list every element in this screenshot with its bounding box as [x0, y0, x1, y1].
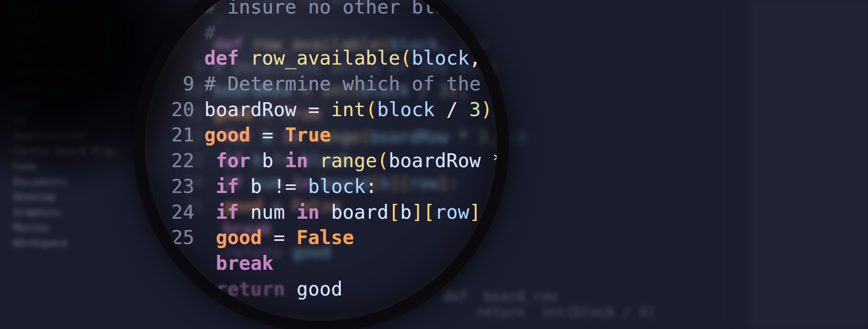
code-line: 23 if b != block:: [163, 174, 497, 200]
token: /: [435, 99, 469, 121]
token: :: [366, 175, 377, 197]
token: b: [400, 201, 412, 223]
hint-text-blur: def board_row return int(block / 3): [443, 288, 656, 320]
code-line: def row_available(block, row: [163, 46, 497, 71]
token: block: [412, 47, 469, 69]
token: (: [377, 150, 389, 172]
token: good: [204, 226, 262, 249]
token: #: [204, 22, 216, 44]
token: if: [204, 175, 250, 197]
token: if: [204, 201, 250, 223]
token: True: [285, 124, 331, 146]
line-number: 20: [163, 97, 194, 123]
line-number: 23: [163, 174, 194, 200]
token: row: [435, 201, 469, 223]
code-line: break: [163, 251, 497, 277]
token: =: [250, 124, 285, 146]
token: !=: [262, 175, 308, 197]
code-line: 25 good = False: [163, 225, 497, 251]
code-line: 9# Determine which of the main: [163, 71, 497, 97]
code-line: 21good = True: [163, 122, 497, 148]
token: break: [204, 252, 274, 274]
minimap-blur: [750, 0, 868, 329]
token: block: [308, 175, 365, 197]
token: [: [389, 201, 401, 223]
line-number: 21: [163, 122, 194, 148]
token: ]: [469, 201, 481, 223]
token: boardRow: [204, 99, 297, 121]
token: (b: [507, 127, 527, 146]
token: range: [320, 150, 377, 172]
token: ][: [412, 201, 435, 223]
token: good: [204, 124, 250, 146]
file-tree-blur: code graphics vm.dll init main_gs_page C…: [0, 0, 90, 329]
token: in: [285, 201, 331, 223]
code-line: 22 for b in range(boardRow * 3, (b: [163, 148, 497, 174]
token: for: [204, 150, 262, 172]
line-number: 22: [163, 148, 194, 174]
token: b: [262, 150, 274, 172]
token: int: [331, 99, 365, 121]
token: False: [297, 226, 354, 249]
token: =: [297, 99, 331, 121]
token: b: [250, 175, 262, 197]
token: block: [377, 99, 434, 121]
token: good: [297, 278, 343, 300]
token: =: [262, 226, 296, 249]
token: ): [481, 99, 493, 121]
line-number: 24: [163, 200, 194, 226]
token: return: [204, 278, 297, 300]
line-number: 25: [163, 225, 194, 251]
code-magnified: # insure no other block#def row_availabl…: [163, 0, 497, 302]
token: (: [400, 47, 412, 69]
code-line: #: [163, 20, 497, 46]
token: row_available: [250, 47, 400, 69]
token: 3: [469, 99, 481, 121]
code-line: 20boardRow = int(block / 3);: [163, 97, 497, 123]
token: # Determine which of the main: [204, 73, 497, 95]
magnifying-lens: # insure no other block#def row_availabl…: [145, 0, 497, 321]
code-line: 24 if num in board[b][row]:: [163, 200, 497, 226]
token: in: [274, 150, 320, 172]
token: board: [331, 201, 388, 223]
token: num: [250, 201, 285, 223]
line-number: 9: [163, 71, 194, 97]
token: (: [366, 99, 377, 121]
token: def: [204, 47, 250, 69]
token: *: [481, 150, 497, 172]
token: boardRow: [389, 150, 481, 172]
